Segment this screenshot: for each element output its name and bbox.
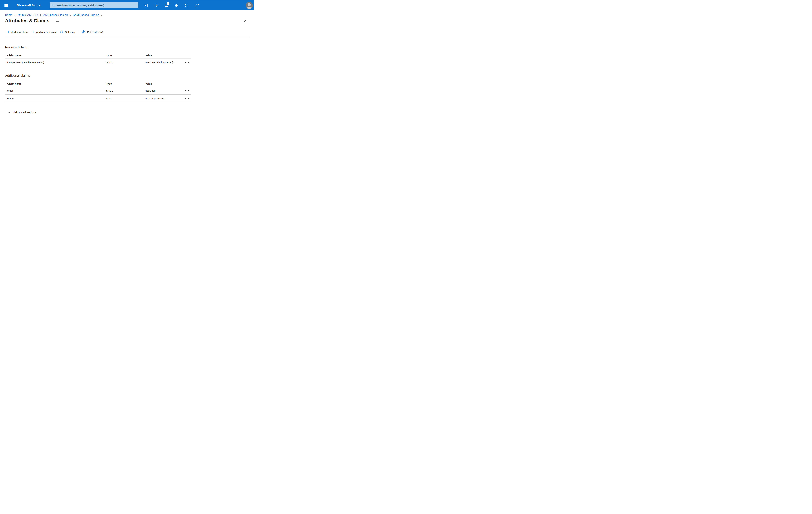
additional-claims-heading: Additional claims [5, 74, 254, 78]
additional-claims-table: Claim name Type Value email SAML user.ma… [5, 81, 191, 102]
breadcrumb-home[interactable]: Home [5, 13, 12, 17]
chevron-down-icon [8, 111, 10, 114]
breadcrumb-separator: > [70, 14, 71, 17]
subscription-filter-icon[interactable] [154, 3, 158, 7]
search-input[interactable] [56, 4, 137, 7]
add-group-claim-label: Add a group claim [36, 31, 57, 33]
col-claim-name: Claim name [7, 82, 106, 85]
value-cell: user.userprincipalname [... [145, 61, 182, 64]
type-cell: SAML [106, 97, 145, 100]
col-claim-name: Claim name [7, 54, 106, 57]
value-cell: user.mail [145, 89, 182, 92]
more-ellipsis-icon[interactable] [56, 21, 59, 22]
col-type: Type [106, 82, 145, 85]
columns-button[interactable]: Columns [60, 30, 75, 34]
feedback-person-icon[interactable] [195, 3, 199, 7]
page-header: Attributes & Claims [5, 18, 254, 23]
type-cell: SAML [106, 61, 145, 64]
claim-name-cell: Unique User Identifier (Name ID) [7, 61, 106, 64]
feedback-person-icon [82, 30, 85, 34]
got-feedback-button[interactable]: Got feedback? [82, 30, 104, 34]
user-avatar[interactable] [246, 2, 253, 9]
notification-badge: 6 [167, 2, 169, 5]
col-value: Value [145, 54, 182, 57]
table-header-row: Claim name Type Value [5, 53, 191, 58]
global-search[interactable] [50, 2, 138, 8]
got-feedback-label: Got feedback? [87, 31, 104, 33]
breadcrumb-separator: > [14, 14, 16, 17]
advanced-settings-toggle[interactable]: Advanced settings [8, 111, 254, 114]
plus-icon: + [7, 30, 9, 33]
search-icon [52, 4, 54, 7]
command-bar: + Add new claim + Add a group claim Colu… [7, 30, 254, 34]
cloud-shell-icon[interactable] [144, 3, 148, 7]
close-icon[interactable] [243, 19, 247, 23]
svg-text:?: ? [186, 4, 187, 7]
add-new-claim-label: Add new claim [11, 31, 28, 33]
brand-logo[interactable]: Microsoft Azure [17, 4, 40, 7]
type-cell: SAML [106, 89, 145, 92]
breadcrumb-separator: > [101, 14, 102, 17]
row-ellipsis-icon[interactable] [185, 90, 191, 91]
table-row[interactable]: name SAML user.displayname [5, 94, 191, 102]
table-row[interactable]: email SAML user.mail [5, 87, 191, 94]
settings-gear-icon[interactable]: ⚙ [174, 3, 178, 7]
topbar-icon-group: 6 ⚙ ? [144, 0, 199, 10]
breadcrumb: Home > Azure SAML SSO | SAML-based Sign-… [5, 13, 254, 17]
claim-name-cell: email [7, 89, 106, 92]
notifications-bell-icon[interactable]: 6 [164, 3, 168, 7]
claim-name-cell: name [7, 97, 106, 100]
hamburger-menu-icon[interactable] [4, 4, 8, 7]
columns-icon [60, 30, 63, 34]
advanced-settings-label: Advanced settings [13, 111, 36, 114]
required-claim-heading: Required claim [5, 45, 254, 49]
row-ellipsis-icon[interactable] [185, 62, 191, 63]
col-type: Type [106, 54, 145, 57]
breadcrumb-app[interactable]: Azure SAML SSO | SAML-based Sign-on [18, 13, 68, 17]
azure-topbar: Microsoft Azure [0, 0, 254, 10]
required-claim-table: Claim name Type Value Unique User Identi… [5, 53, 191, 66]
plus-icon: + [32, 30, 34, 33]
add-new-claim-button[interactable]: + Add new claim [7, 31, 28, 33]
breadcrumb-saml-signon[interactable]: SAML-based Sign-on [73, 13, 99, 17]
page-title: Attributes & Claims [5, 18, 49, 23]
value-cell: user.displayname [145, 97, 182, 100]
toolbar-bottom-divider [5, 36, 250, 37]
columns-label: Columns [65, 31, 75, 33]
table-header-row: Claim name Type Value [5, 81, 191, 87]
add-group-claim-button[interactable]: + Add a group claim [32, 31, 56, 33]
table-row[interactable]: Unique User Identifier (Name ID) SAML us… [5, 58, 191, 66]
row-ellipsis-icon[interactable] [185, 98, 191, 99]
help-icon[interactable]: ? [184, 3, 189, 7]
col-value: Value [145, 82, 182, 85]
